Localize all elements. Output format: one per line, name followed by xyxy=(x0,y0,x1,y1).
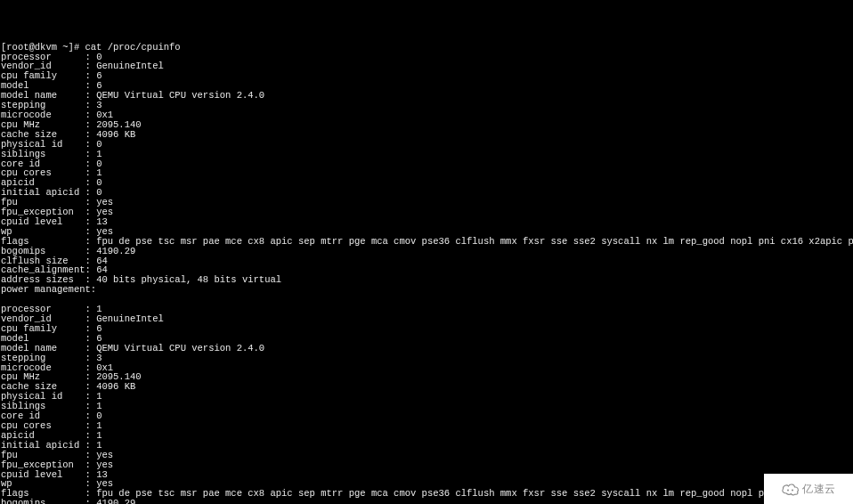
cpuinfo-colon: : xyxy=(85,460,97,470)
cpuinfo-value: yes xyxy=(96,460,113,470)
cpuinfo-row: cpuid level : 13 xyxy=(1,470,852,480)
cpuinfo-row: fpu_exception : yes xyxy=(1,460,852,470)
cpuinfo-colon: : xyxy=(85,451,97,460)
cpuinfo-row: cache size : 4096 KB xyxy=(1,382,852,392)
cpuinfo-key: fpu_exception xyxy=(1,460,85,470)
cloud-logo-icon xyxy=(781,482,800,496)
cpuinfo-row: model name : QEMU Virtual CPU version 2.… xyxy=(1,91,852,101)
cpuinfo-row: stepping : 3 xyxy=(1,101,852,110)
cpuinfo-key: bogomips xyxy=(1,499,85,504)
cpuinfo-row: physical id : 0 xyxy=(1,140,852,150)
cpuinfo-key: power management xyxy=(1,285,91,295)
cpuinfo-row: fpu_exception : yes xyxy=(1,207,852,217)
blank-line xyxy=(1,295,852,305)
cpuinfo-colon: : xyxy=(85,247,97,256)
cpuinfo-row: cpu family : 6 xyxy=(1,324,852,334)
cpuinfo-row: power management: xyxy=(1,285,852,295)
cpuinfo-row: address sizes : 40 bits physical, 48 bit… xyxy=(1,275,852,285)
watermark: 亿速云 xyxy=(764,474,853,504)
cpuinfo-row: siblings : 1 xyxy=(1,150,852,159)
cpuinfo-row: bogomips : 4190.29 xyxy=(1,499,852,504)
cpuinfo-row: cpuid level : 13 xyxy=(1,217,852,227)
cpuinfo-key: physical id xyxy=(1,140,85,150)
svg-point-1 xyxy=(792,490,793,492)
svg-point-0 xyxy=(787,490,789,492)
cpuinfo-key: model name xyxy=(1,344,85,354)
cpuinfo-value: yes xyxy=(96,451,113,460)
cpuinfo-value: 40 bits physical, 48 bits virtual xyxy=(96,275,281,285)
cpuinfo-row: cpu cores : 1 xyxy=(1,421,852,431)
cpuinfo-colon: : xyxy=(85,150,97,159)
cpuinfo-colon: : xyxy=(85,344,97,354)
cpuinfo-value: 0 xyxy=(96,140,102,150)
cpuinfo-row: initial apicid : 1 xyxy=(1,441,852,451)
cpuinfo-row: stepping : 3 xyxy=(1,354,852,363)
cpuinfo-row: clflush size : 64 xyxy=(1,256,852,266)
cpuinfo-row: cache size : 4096 KB xyxy=(1,130,852,140)
cpuinfo-row: fpu : yes xyxy=(1,451,852,460)
cpuinfo-row: vendor_id : GenuineIntel xyxy=(1,314,852,324)
terminal-output[interactable]: [root@dkvm ~]# cat /proc/cpuinfoprocesso… xyxy=(1,43,852,504)
cpuinfo-row: model name : QEMU Virtual CPU version 2.… xyxy=(1,344,852,354)
cpuinfo-row: apicid : 1 xyxy=(1,431,852,441)
cpuinfo-row: physical id : 1 xyxy=(1,392,852,402)
cpuinfo-value: 4096 KB xyxy=(96,382,135,392)
cpuinfo-key: siblings xyxy=(1,150,85,159)
cpuinfo-row: initial apicid : 0 xyxy=(1,188,852,198)
cpuinfo-row: core id : 0 xyxy=(1,411,852,421)
cpuinfo-row: vendor_id : GenuineIntel xyxy=(1,61,852,71)
cpuinfo-value: 4096 KB xyxy=(96,130,135,140)
cpuinfo-row: core id : 0 xyxy=(1,159,852,169)
cpuinfo-row: cpu family : 6 xyxy=(1,71,852,81)
cpuinfo-value: QEMU Virtual CPU version 2.4.0 xyxy=(96,91,264,101)
cpuinfo-row: bogomips : 4190.29 xyxy=(1,247,852,256)
cpuinfo-row: siblings : 1 xyxy=(1,402,852,411)
cpuinfo-value: 4190.29 xyxy=(96,247,135,256)
cpuinfo-value: GenuineIntel xyxy=(96,314,164,324)
cpuinfo-value: 3 xyxy=(96,354,102,363)
cpuinfo-value: GenuineIntel xyxy=(96,61,164,71)
cpuinfo-value: fpu de pse tsc msr pae mce cx8 apic sep … xyxy=(96,237,853,247)
cpuinfo-colon: : xyxy=(91,285,96,295)
cpuinfo-key: fpu xyxy=(1,451,85,460)
cpuinfo-colon: : xyxy=(85,354,97,363)
cpuinfo-key: bogomips xyxy=(1,247,85,256)
watermark-text: 亿速云 xyxy=(802,484,836,494)
cpuinfo-colon: : xyxy=(85,140,97,150)
cpuinfo-value: 1 xyxy=(96,150,102,159)
cpuinfo-value: 4190.29 xyxy=(96,499,135,504)
cpuinfo-row: cpu cores : 1 xyxy=(1,168,852,178)
cpuinfo-colon: : xyxy=(85,499,97,504)
shell-prompt-line: [root@dkvm ~]# cat /proc/cpuinfo xyxy=(1,43,852,53)
cpuinfo-key: stepping xyxy=(1,354,85,363)
cpuinfo-value: QEMU Virtual CPU version 2.4.0 xyxy=(96,344,264,354)
cpuinfo-value: fpu de pse tsc msr pae mce cx8 apic sep … xyxy=(96,489,853,499)
cpuinfo-row: fpu : yes xyxy=(1,198,852,207)
cpuinfo-row: apicid : 0 xyxy=(1,178,852,188)
